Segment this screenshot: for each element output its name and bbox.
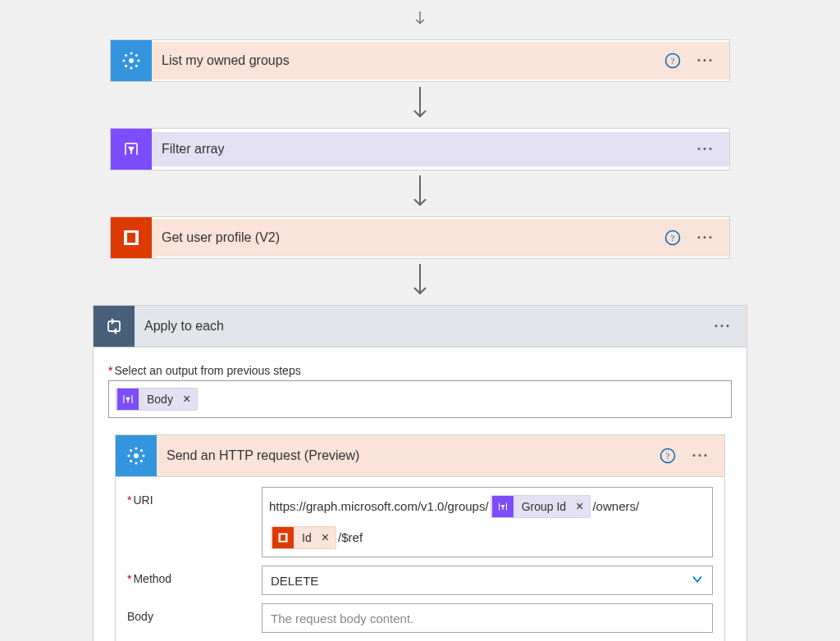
token-label: Body [139, 393, 180, 406]
svg-point-27 [130, 460, 132, 462]
uri-text-3: /$ref [338, 522, 363, 553]
more-menu-button[interactable]: ··· [693, 53, 718, 68]
remove-token-button[interactable]: × [180, 392, 194, 407]
svg-point-7 [135, 54, 138, 57]
data-ops-icon [117, 389, 139, 410]
svg-point-26 [140, 449, 143, 452]
svg-rect-19 [108, 321, 120, 331]
help-icon[interactable]: ? [659, 447, 677, 465]
arrow-down-icon [0, 170, 840, 216]
office365-icon [111, 217, 152, 258]
method-row: *Method DELETE [127, 566, 713, 595]
svg-point-23 [127, 454, 130, 457]
svg-text:?: ? [666, 451, 670, 461]
body-label: Body [127, 603, 262, 623]
token-body[interactable]: Body × [116, 388, 198, 411]
select-output-label: *Select an output from previous steps [108, 364, 732, 377]
http-form: *URI https://graph.microsoft.com/v1.0/gr… [116, 477, 724, 641]
svg-point-5 [137, 59, 139, 61]
token-label: Id [294, 525, 318, 550]
svg-point-8 [125, 65, 127, 67]
azure-ad-icon [116, 435, 157, 476]
uri-row: *URI https://graph.microsoft.com/v1.0/gr… [127, 487, 713, 557]
svg-point-3 [130, 66, 132, 69]
flow-canvas: List my owned groups ? ··· Filter [0, 0, 840, 641]
step-title: List my owned groups [162, 53, 664, 68]
more-menu-button[interactable]: ··· [710, 319, 735, 334]
uri-text-2: /owners/ [592, 491, 639, 522]
method-label: *Method [127, 566, 262, 585]
data-ops-icon [492, 496, 514, 517]
body-placeholder: The request body content. [271, 611, 413, 625]
step-get-user-profile[interactable]: Get user profile (V2) ? ··· [110, 216, 730, 259]
svg-text:?: ? [671, 56, 675, 66]
select-output-field[interactable]: Body × [108, 380, 732, 418]
remove-token-button[interactable]: × [573, 494, 587, 519]
svg-point-2 [130, 52, 132, 54]
step-title: Send an HTTP request (Preview) [157, 448, 659, 463]
svg-rect-32 [281, 534, 285, 540]
arrow-down-icon [0, 259, 840, 305]
more-menu-button[interactable]: ··· [693, 142, 718, 157]
svg-point-24 [142, 454, 144, 457]
data-ops-icon [111, 129, 152, 170]
method-value: DELETE [271, 574, 318, 588]
svg-point-22 [135, 461, 137, 464]
office365-icon [272, 527, 294, 548]
method-select[interactable]: DELETE [262, 566, 713, 595]
apply-each-content: *Select an output from previous steps Bo… [94, 348, 746, 641]
token-label: Group Id [514, 494, 573, 519]
help-icon[interactable]: ? [664, 229, 682, 247]
svg-point-21 [135, 447, 137, 449]
arrow-down-icon [0, 82, 840, 128]
step-title: Filter array [162, 142, 693, 157]
more-menu-button[interactable]: ··· [688, 448, 713, 463]
svg-point-4 [122, 59, 125, 61]
svg-point-1 [129, 58, 134, 63]
body-row: Body The request body content. [127, 603, 713, 633]
step-filter-array[interactable]: Filter array ··· [110, 128, 730, 170]
svg-point-20 [134, 453, 139, 458]
svg-point-6 [125, 54, 127, 57]
help-icon[interactable]: ? [664, 52, 682, 70]
more-menu-button[interactable]: ··· [693, 230, 718, 245]
step-send-http-request[interactable]: Send an HTTP request (Preview) ? ··· *UR… [115, 434, 725, 641]
remove-token-button[interactable]: × [318, 525, 332, 550]
loop-icon [94, 306, 135, 347]
svg-point-28 [140, 460, 143, 462]
arrow-down-icon [0, 0, 840, 39]
svg-text:?: ? [671, 233, 675, 243]
step-title: Get user profile (V2) [162, 230, 664, 245]
uri-label: *URI [127, 487, 262, 507]
azure-ad-icon [111, 40, 152, 81]
token-id[interactable]: Id × [271, 526, 336, 549]
required-indicator: * [108, 364, 112, 377]
token-group-id[interactable]: Group Id × [491, 495, 591, 518]
body-field[interactable]: The request body content. [262, 603, 713, 633]
chevron-down-icon [691, 573, 704, 589]
step-apply-to-each[interactable]: Apply to each ··· *Select an output from… [93, 305, 747, 641]
svg-rect-15 [127, 233, 135, 243]
uri-field[interactable]: https://graph.microsoft.com/v1.0/groups/ [262, 487, 713, 557]
svg-point-9 [135, 65, 138, 67]
svg-point-25 [130, 449, 132, 452]
step-list-owned-groups[interactable]: List my owned groups ? ··· [110, 39, 730, 82]
step-title: Apply to each [135, 319, 710, 334]
uri-text-1: https://graph.microsoft.com/v1.0/groups/ [269, 491, 489, 522]
